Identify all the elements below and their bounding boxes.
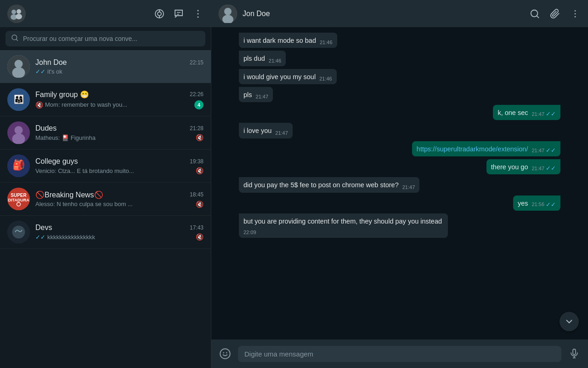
message-meta: 21:47: [402, 184, 415, 190]
avatar-john-doe: [7, 55, 30, 78]
chat-preview: it's ok: [47, 68, 204, 75]
message-bubble: i love you 21:47: [239, 123, 293, 138]
chat-preview: Venicio: Ctza... E tá brotando muito...: [35, 167, 194, 174]
chat-info-family-group: Family group 😁 22:26 🔇 Mom: remember to …: [35, 90, 204, 109]
message-meta: 21:47 ✓✓: [531, 110, 556, 117]
message-time: 22:09: [243, 230, 256, 235]
user-avatar[interactable]: [7, 5, 26, 23]
more-options-icon[interactable]: [192, 8, 204, 19]
message-row: pls dud 21:46: [239, 51, 560, 67]
message-bubble: there you go 21:47 ✓✓: [486, 159, 560, 174]
svg-point-41: [223, 352, 224, 354]
message-bubble: did you pay the 5$ fee to post on chrome…: [239, 177, 419, 192]
svg-point-11: [198, 10, 199, 11]
message-meta: 21:47 ✓✓: [531, 165, 556, 172]
message-meta: 21:56 ✓✓: [531, 201, 556, 208]
microphone-button[interactable]: [566, 345, 582, 362]
chat-time: 22:15: [190, 59, 204, 66]
message-row: pls 21:47: [239, 87, 560, 103]
message-link[interactable]: https://superultradarkmode/extension/: [417, 144, 528, 154]
message-bubble: https://superultradarkmode/extension/ 21…: [412, 141, 560, 156]
search-icon: [11, 34, 18, 43]
chat-name: Dudes: [35, 124, 57, 132]
message-text: there you go: [491, 162, 528, 172]
chat-time: 21:28: [190, 125, 204, 132]
svg-rect-43: [573, 349, 576, 355]
chat-item-dudes[interactable]: Dudes 21:28 Matheus: 🎴 Figurinha 🔇: [0, 116, 211, 150]
left-panel: John Doe 22:15 ✓✓ it's ok 👨‍👩‍👧 Family: [0, 0, 211, 368]
chat-list: John Doe 22:15 ✓✓ it's ok 👨‍👩‍👧 Family: [0, 50, 211, 368]
chat-item-devs[interactable]: Devs 17:43 ✓✓ kkkkkkkkkkkkkkkk 🔇: [0, 216, 211, 249]
header-icons: [154, 8, 204, 19]
search-input[interactable]: [23, 35, 200, 42]
message-meta: 21:47: [256, 94, 269, 99]
message-bubble: k, one sec 21:47 ✓✓: [493, 105, 560, 120]
chat-time: 18:45: [190, 191, 204, 198]
message-time: 21:47: [256, 94, 269, 99]
svg-point-18: [12, 67, 25, 78]
message-row: yes 21:56 ✓✓: [239, 196, 560, 212]
chat-item-breaking-news[interactable]: SUPER DITADURA 🚫Breaking News🚫 18:45 Ale…: [0, 183, 211, 216]
chat-name: John Doe: [35, 58, 67, 67]
new-chat-icon[interactable]: [173, 8, 184, 19]
svg-text:👨‍👩‍👧: 👨‍👩‍👧: [14, 94, 24, 104]
chat-header: Jon Doe: [211, 0, 588, 27]
svg-point-12: [198, 13, 199, 14]
message-text: i want dark mode so bad: [243, 36, 316, 45]
svg-point-17: [15, 60, 23, 68]
message-meta: 22:09: [243, 230, 256, 235]
mute-icon: 🔇: [196, 134, 204, 141]
search-chat-icon[interactable]: [529, 8, 540, 19]
chat-name: Family group 😁: [35, 90, 89, 99]
avatar-college-guys: 🎒: [7, 155, 30, 177]
message-meta: 21:46: [320, 40, 333, 45]
svg-line-15: [16, 39, 17, 40]
message-time: 21:47: [531, 148, 544, 153]
unread-badge: 4: [194, 100, 204, 109]
svg-point-31: [12, 226, 25, 239]
svg-point-6: [158, 12, 161, 16]
attach-icon[interactable]: [549, 8, 560, 19]
svg-point-1: [11, 10, 16, 14]
tick-icon: ✓✓: [546, 147, 556, 154]
svg-text:🎒: 🎒: [12, 159, 25, 171]
message-text: pls: [243, 90, 252, 99]
message-bubble: pls dud 21:46: [239, 51, 286, 66]
message-text: k, one sec: [498, 108, 528, 117]
messages-area: i want dark mode so bad 21:46 pls dud 21…: [211, 27, 588, 339]
message-row: i love you 21:47: [239, 123, 560, 139]
contact-avatar[interactable]: [219, 5, 237, 23]
message-text: did you pay the 5$ fee to post on chrome…: [243, 180, 399, 190]
tick-icon: ✓✓: [546, 165, 556, 172]
message-bubble: yes 21:56 ✓✓: [513, 196, 560, 211]
message-text: but you are providing content for them, …: [243, 217, 442, 226]
status-icon[interactable]: [154, 8, 165, 19]
message-bubble: i want dark mode so bad 21:46: [239, 33, 337, 48]
chat-name: Devs: [35, 224, 52, 232]
chat-item-family-group[interactable]: 👨‍👩‍👧 Family group 😁 22:26 🔇 Mom: rememb…: [0, 83, 211, 116]
chat-item-college-guys[interactable]: 🎒 College guys 19:38 Venicio: Ctza... E …: [0, 150, 211, 183]
message-meta: 21:46: [269, 58, 282, 63]
message-bubble: but you are providing content for them, …: [239, 213, 448, 238]
svg-point-38: [575, 13, 576, 14]
message-text: i love you: [243, 126, 271, 135]
message-text: yes: [518, 199, 528, 208]
chat-name: 🚫Breaking News🚫: [35, 190, 103, 199]
chat-item-john-doe[interactable]: John Doe 22:15 ✓✓ it's ok: [0, 50, 211, 83]
scroll-down-button[interactable]: [560, 312, 579, 331]
emoji-button[interactable]: [217, 345, 233, 362]
tick-icon: ✓✓: [546, 201, 556, 208]
message-input[interactable]: [238, 346, 561, 362]
chat-time: 17:43: [190, 224, 204, 231]
mute-icon: 🔇: [196, 233, 204, 241]
chat-info-breaking-news: 🚫Breaking News🚫 18:45 Alesso: N tenho cu…: [35, 190, 204, 208]
chat-name: College guys: [35, 157, 78, 166]
message-row: there you go 21:47 ✓✓: [239, 159, 560, 175]
message-bubble: pls 21:47: [239, 87, 273, 102]
message-row: i want dark mode so bad 21:46: [239, 33, 560, 49]
message-time: 21:47: [531, 111, 544, 117]
tick-icon: ✓✓: [546, 110, 556, 117]
svg-point-42: [226, 352, 227, 354]
svg-point-4: [16, 14, 22, 19]
more-chat-options-icon[interactable]: [570, 8, 581, 19]
